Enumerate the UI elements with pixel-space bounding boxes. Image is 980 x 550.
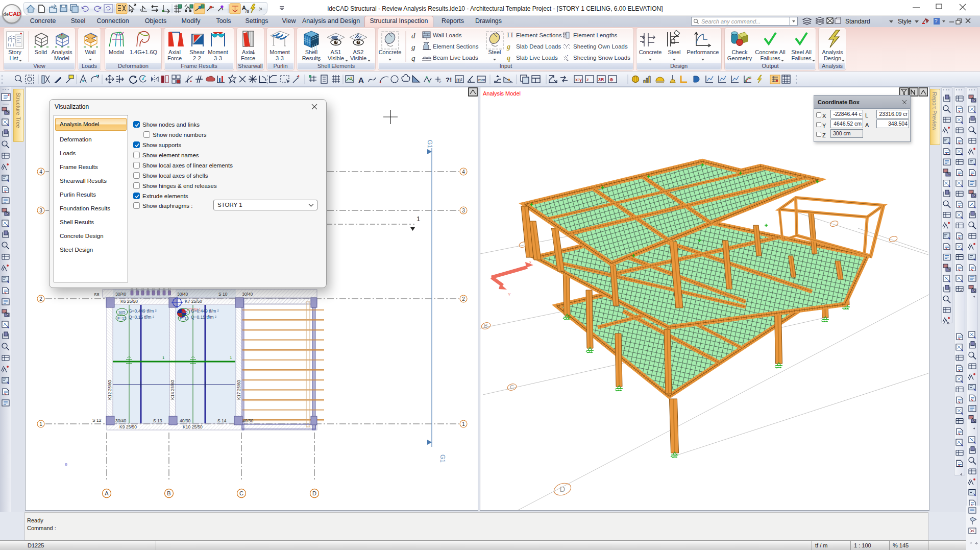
svg-text:Model: Model (54, 55, 69, 61)
svg-text:30/40: 30/40 (115, 418, 127, 423)
svg-text:Steel: Steel (488, 49, 501, 55)
svg-text:40/30: 40/30 (180, 418, 191, 423)
svg-text:Beam Live Loads: Beam Live Loads (433, 55, 478, 61)
svg-text:K10 25/50: K10 25/50 (183, 424, 203, 429)
svg-text:Q=0.15 tf/m ²: Q=0.15 tf/m ² (129, 315, 154, 320)
svg-text:3-3: 3-3 (214, 55, 222, 61)
svg-text:Performance: Performance (687, 49, 719, 55)
svg-text:g: g (506, 43, 510, 51)
svg-text:A: A (358, 76, 364, 84)
svg-text:Wall Loads: Wall Loads (433, 32, 462, 38)
svg-text:AS1: AS1 (331, 49, 341, 55)
svg-text:B: B (167, 490, 170, 496)
svg-text:A: A (105, 490, 109, 496)
svg-text:Element Sections: Element Sections (516, 32, 562, 38)
svg-text:Visible: Visible (350, 55, 366, 61)
svg-text:q: q (411, 54, 415, 62)
svg-text:Geometry: Geometry (727, 55, 752, 61)
svg-text:G=0.449 tf/m ²: G=0.449 tf/m ² (191, 308, 219, 314)
svg-text:Slab Live Loads: Slab Live Loads (516, 55, 558, 61)
svg-text:⊕: ⊕ (609, 77, 614, 82)
svg-text:II: II (506, 32, 513, 39)
svg-text:D: D (560, 485, 566, 493)
svg-text:D: D (312, 490, 316, 496)
svg-text:3: 3 (39, 208, 42, 213)
svg-text:G1: G1 (426, 140, 433, 148)
svg-text:Steel: Steel (668, 49, 680, 55)
svg-text:Solid: Solid (35, 49, 47, 55)
svg-text:Shear: Shear (189, 49, 205, 55)
svg-text:Story: Story (8, 49, 21, 55)
svg-text:/s: /s (246, 9, 250, 14)
svg-text:z: z (586, 77, 589, 82)
svg-text:B: B (484, 323, 487, 329)
svg-text:d: d (411, 32, 415, 40)
svg-text:3R: 3R (598, 77, 604, 82)
svg-text:2: 2 (439, 80, 442, 84)
svg-text:1: 1 (462, 421, 465, 427)
svg-text:Analysis: Analysis (822, 49, 843, 55)
svg-text:Design: Design (824, 55, 841, 61)
svg-text:Shell: Shell (305, 49, 317, 55)
svg-text:Visible: Visible (328, 55, 344, 61)
svg-text:S05: S05 (118, 310, 125, 315)
svg-text:2: 2 (462, 296, 465, 302)
svg-text:m²: m² (456, 77, 462, 83)
svg-text:Check: Check (731, 49, 748, 55)
svg-text:Steel All: Steel All (791, 49, 812, 55)
svg-text:Sheeting Own Loads: Sheeting Own Loads (573, 43, 628, 50)
svg-text:2: 2 (39, 296, 42, 302)
svg-text:S 14: S 14 (217, 418, 227, 423)
svg-text:3: 3 (462, 208, 465, 213)
svg-text:Failures: Failures (791, 55, 812, 61)
svg-text:Axial: Axial (242, 49, 254, 55)
svg-text:Failures: Failures (760, 55, 780, 61)
svg-text:G=0.449 tf/m ²: G=0.449 tf/m ² (129, 308, 157, 314)
svg-text:Q=0.15 tf/m ²: Q=0.15 tf/m ² (191, 315, 216, 320)
svg-text:Modal: Modal (109, 49, 124, 55)
svg-text:1: 1 (162, 355, 165, 360)
svg-text:Force: Force (167, 55, 182, 61)
svg-text:Axial: Axial (168, 49, 181, 55)
svg-text:F=12: F=12 (117, 316, 126, 321)
svg-text:List: List (9, 55, 18, 61)
svg-text:F=12: F=12 (180, 316, 188, 321)
svg-text:1: 1 (230, 355, 232, 360)
svg-text:S 12: S 12 (92, 418, 102, 423)
svg-text:S8: S8 (94, 292, 100, 297)
svg-text:Moment: Moment (208, 49, 228, 55)
svg-text:S 10: S 10 (218, 292, 228, 297)
svg-text:40/30: 40/30 (242, 418, 254, 423)
svg-text:S06: S06 (181, 310, 187, 315)
svg-text:Sheeting Snow Loads: Sheeting Snow Loads (573, 55, 630, 61)
svg-text:30/40: 30/40 (177, 292, 188, 297)
svg-text:g: g (411, 43, 415, 51)
svg-text:30/40: 30/40 (242, 292, 253, 297)
svg-text:1: 1 (416, 215, 420, 223)
svg-text:Concrete: Concrete (379, 49, 402, 55)
svg-text:2-2: 2-2 (193, 55, 201, 61)
svg-text:x: x (529, 260, 531, 265)
svg-text:K9 25/50: K9 25/50 (119, 424, 137, 429)
svg-text:Analysis: Analysis (52, 49, 72, 55)
svg-text:C: C (510, 384, 514, 390)
svg-text:3-3: 3-3 (276, 55, 284, 61)
svg-text:4: 4 (462, 169, 465, 175)
svg-text:K14 25/60: K14 25/60 (170, 380, 175, 400)
svg-text:K17 25/60: K17 25/60 (236, 380, 241, 400)
svg-text:30/40: 30/40 (115, 292, 127, 297)
svg-text:Moment: Moment (270, 49, 290, 55)
svg-text:?!: ?! (446, 76, 452, 84)
svg-text:1: 1 (39, 421, 42, 427)
svg-text:Concrete All: Concrete All (755, 49, 785, 55)
svg-text:S 13: S 13 (153, 418, 162, 423)
svg-text:Wall: Wall (85, 49, 96, 55)
svg-text:G1: G1 (439, 455, 446, 463)
svg-text:C: C (239, 490, 243, 496)
svg-text:Standard: Standard (845, 18, 870, 25)
svg-text:Element Sections: Element Sections (433, 43, 479, 50)
svg-text:K6 25/50: K6 25/50 (120, 299, 138, 304)
svg-text:x:y: x:y (575, 77, 582, 82)
svg-text:Element Lengths: Element Lengths (573, 32, 618, 38)
svg-text:q: q (507, 54, 510, 62)
